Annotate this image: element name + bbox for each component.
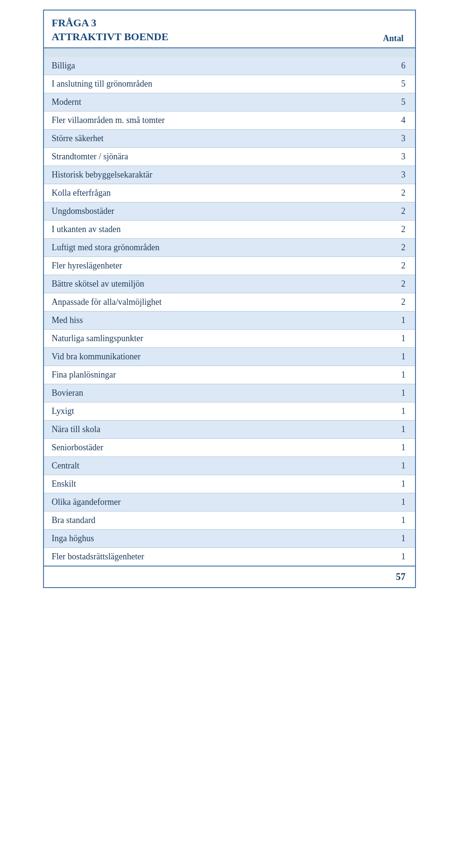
row-label: Billiga [44, 57, 360, 75]
row-count: 1 [360, 530, 415, 548]
spacer-row [44, 48, 415, 57]
row-count: 1 [360, 475, 415, 493]
table-row: Fler bostadsrättslägenheter1 [44, 548, 415, 567]
row-count: 1 [360, 312, 415, 330]
row-count: 3 [360, 130, 415, 148]
row-label: Fler bostadsrättslägenheter [44, 548, 360, 567]
row-count: 1 [360, 512, 415, 530]
row-label: I utkanten av staden [44, 221, 360, 239]
row-count: 1 [360, 493, 415, 512]
row-count: 4 [360, 111, 415, 130]
row-count: 1 [360, 402, 415, 421]
row-label: Centralt [44, 457, 360, 475]
table-row: Med hiss1 [44, 312, 415, 330]
row-count: 2 [360, 239, 415, 257]
table-row: Större säkerhet3 [44, 130, 415, 148]
table-row: Bra standard1 [44, 512, 415, 530]
table-row: Modernt5 [44, 93, 415, 111]
table-row: Historisk bebyggelsekaraktär3 [44, 166, 415, 184]
row-label: Enskilt [44, 475, 360, 493]
table-header: FRÅGA 3 ATTRAKTIVT BOENDE Antal [44, 11, 415, 48]
table-row: Olika ägandeformer1 [44, 493, 415, 512]
row-count: 1 [360, 366, 415, 384]
row-label: Anpassade för alla/valmöjlighet [44, 293, 360, 312]
row-label: Kolla efterfrågan [44, 184, 360, 202]
table-row: Fler hyreslägenheter2 [44, 257, 415, 275]
table-row: Fina planlösningar1 [44, 366, 415, 384]
row-label: Modernt [44, 93, 360, 111]
table-row: Vid bra kommunikationer1 [44, 348, 415, 366]
row-count: 5 [360, 93, 415, 111]
row-label: Fler villaområden m. små tomter [44, 111, 360, 130]
table-row: Ungdomsbostäder2 [44, 202, 415, 221]
row-count: 6 [360, 57, 415, 75]
row-count: 2 [360, 293, 415, 312]
total-value: 57 [396, 571, 405, 582]
row-label: Bovieran [44, 384, 360, 402]
row-label: Fina planlösningar [44, 366, 360, 384]
row-count: 1 [360, 348, 415, 366]
row-label: Historisk bebyggelsekaraktär [44, 166, 360, 184]
table-row: I utkanten av staden2 [44, 221, 415, 239]
antal-header: Antal [383, 33, 407, 44]
row-label: Fler hyreslägenheter [44, 257, 360, 275]
question-number: FRÅGA 3 [52, 16, 168, 30]
row-label: Naturliga samlingspunkter [44, 330, 360, 348]
row-count: 2 [360, 184, 415, 202]
row-count: 1 [360, 421, 415, 439]
row-count: 1 [360, 439, 415, 457]
table-row: Nära till skola1 [44, 421, 415, 439]
data-table: Billiga6I anslutning till grönområden5Mo… [44, 48, 415, 587]
row-label: Vid bra kommunikationer [44, 348, 360, 366]
row-label: Ungdomsbostäder [44, 202, 360, 221]
table-row: Luftigt med stora grönområden2 [44, 239, 415, 257]
table-row: Centralt1 [44, 457, 415, 475]
row-count: 2 [360, 275, 415, 293]
row-label: Bra standard [44, 512, 360, 530]
table-row: Lyxigt1 [44, 402, 415, 421]
row-label: Strandtomter / sjönära [44, 148, 360, 166]
table-row: Fler villaområden m. små tomter4 [44, 111, 415, 130]
row-count: 1 [360, 548, 415, 567]
row-label: I anslutning till grönområden [44, 75, 360, 93]
row-count: 2 [360, 221, 415, 239]
row-label: Olika ägandeformer [44, 493, 360, 512]
row-label: Bättre skötsel av utemiljön [44, 275, 360, 293]
table-row: Kolla efterfrågan2 [44, 184, 415, 202]
table-row: Strandtomter / sjönära3 [44, 148, 415, 166]
question-title: ATTRAKTIVT BOENDE [52, 30, 168, 44]
table-row: Enskilt1 [44, 475, 415, 493]
row-label: Med hiss [44, 312, 360, 330]
table-row: Bättre skötsel av utemiljön2 [44, 275, 415, 293]
row-count: 1 [360, 384, 415, 402]
table-row: Bovieran1 [44, 384, 415, 402]
table-row: Inga höghus1 [44, 530, 415, 548]
row-count: 2 [360, 257, 415, 275]
row-label: Luftigt med stora grönområden [44, 239, 360, 257]
table-row: Anpassade för alla/valmöjlighet2 [44, 293, 415, 312]
row-count: 2 [360, 202, 415, 221]
table-row: I anslutning till grönområden5 [44, 75, 415, 93]
table-row: Seniorbostäder1 [44, 439, 415, 457]
total-row: 57 [44, 566, 415, 587]
row-label: Inga höghus [44, 530, 360, 548]
row-count: 5 [360, 75, 415, 93]
row-count: 3 [360, 166, 415, 184]
row-label: Seniorbostäder [44, 439, 360, 457]
row-count: 1 [360, 330, 415, 348]
main-table: FRÅGA 3 ATTRAKTIVT BOENDE Antal Billiga6… [43, 10, 416, 588]
table-row: Naturliga samlingspunkter1 [44, 330, 415, 348]
row-label: Större säkerhet [44, 130, 360, 148]
row-label: Nära till skola [44, 421, 360, 439]
row-label: Lyxigt [44, 402, 360, 421]
row-count: 3 [360, 148, 415, 166]
row-count: 1 [360, 457, 415, 475]
table-row: Billiga6 [44, 57, 415, 75]
